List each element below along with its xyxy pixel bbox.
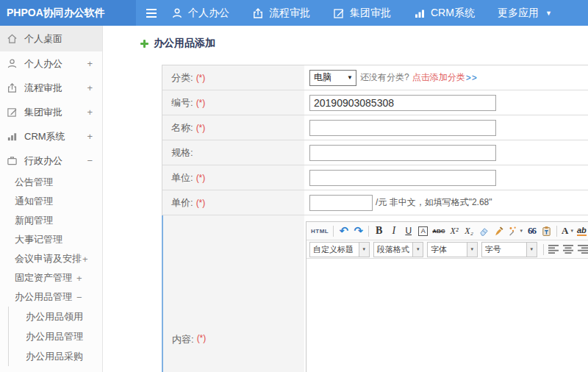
redo-button[interactable]: ↷ — [351, 224, 365, 238]
underline-button[interactable]: U — [401, 224, 415, 238]
nav-crm-system[interactable]: CRM系统 — [414, 7, 475, 20]
sidebar-item-office-supplies-mgmt[interactable]: 办公用品管理− — [0, 287, 102, 307]
label-text: 名称: — [171, 121, 193, 135]
label-text: 内容: — [172, 333, 194, 346]
sidebar-item-label: 个人桌面 — [24, 32, 62, 46]
sidebar-item-label: 个人办公 — [24, 57, 62, 71]
sidebar-item-supplies-claim[interactable]: 办公用品领用 — [9, 307, 102, 326]
font-family-select[interactable]: 字体 ▾ — [427, 242, 477, 257]
format-brush-button[interactable] — [492, 224, 506, 238]
editor-toolbar-row2: 自定义标题 ▾ 段落格式 ▾ 字体 ▾ 字号 ▾ — [306, 240, 588, 259]
sidebar-item-group-approval[interactable]: 集团审批 + — [0, 100, 102, 124]
form-row-name: 名称: (*) — [162, 115, 588, 140]
app-logo: PHPOA协同办公软件 — [0, 0, 136, 26]
sidebar-item-admin-office[interactable]: 行政办公 − — [0, 149, 102, 173]
top-header: PHPOA协同办公软件 个人办公 流程审批 集团审批 CRM系统 — [0, 0, 588, 26]
source-code-button[interactable]: HTML — [309, 224, 330, 238]
sidebar-item-memorabilia-mgmt[interactable]: 大事记管理 — [0, 230, 102, 249]
field-value-unit — [304, 165, 588, 190]
label-text: 编号: — [171, 96, 193, 110]
align-left-button[interactable] — [547, 243, 561, 257]
form-row-code: 编号: (*) — [162, 90, 588, 115]
share-up-icon — [7, 82, 18, 94]
sidebar-item-supplies-manage[interactable]: 办公用品管理 — [9, 326, 102, 346]
expand-toggle[interactable]: + — [76, 273, 82, 284]
expand-toggle[interactable]: + — [82, 254, 88, 265]
align-center-button[interactable] — [562, 243, 576, 257]
sidebar-item-workflow-approval[interactable]: 流程审批 + — [0, 76, 102, 100]
paragraph-format-select[interactable]: 段落格式 ▾ — [373, 242, 423, 257]
spec-input[interactable] — [309, 145, 496, 161]
superscript-button[interactable]: X² — [448, 224, 462, 238]
font-border-button[interactable]: A — [416, 224, 430, 238]
editor-content[interactable] — [306, 259, 588, 372]
sidebar: 个人桌面 个人办公 + 流程审批 + 集团审批 + CRM系统 + 行政办公 − — [0, 26, 103, 372]
edit-square-icon — [333, 7, 345, 19]
remove-format-eraser-button[interactable] — [477, 224, 491, 238]
bold-button[interactable]: B — [372, 224, 386, 238]
font-color-button[interactable]: A ▾ — [560, 224, 575, 238]
sidebar-item-label: 办公用品采购 — [26, 350, 83, 363]
collapse-toggle[interactable]: − — [87, 155, 102, 166]
editor-toolbar-row1: HTML ↶ ↷ B I U A ABC X² X₂ — [306, 222, 588, 240]
select-label: 字号 — [482, 244, 526, 255]
nav-more-apps[interactable]: 更多应用 ▼ — [498, 7, 552, 20]
price-input[interactable] — [309, 195, 373, 211]
sidebar-item-personal-office[interactable]: 个人办公 + — [0, 51, 102, 76]
code-input[interactable] — [309, 95, 496, 111]
auto-typeset-button[interactable]: ▾ — [506, 224, 525, 238]
sidebar-item-fixed-assets-mgmt[interactable]: 固定资产管理+ — [0, 268, 102, 287]
add-category-link[interactable]: 点击添加分类 — [412, 71, 465, 84]
nav-group-approval[interactable]: 集团审批 — [333, 7, 391, 20]
required-mark: (*) — [196, 73, 206, 83]
nav-label: 流程审批 — [269, 7, 310, 20]
rich-text-editor: HTML ↶ ↷ B I U A ABC X² X₂ — [306, 221, 588, 372]
collapse-toggle[interactable]: − — [76, 292, 82, 303]
blockquote-button[interactable]: 66 — [525, 224, 539, 238]
background-color-button[interactable]: ab ▾ — [576, 224, 588, 238]
sidebar-item-supplies-purchase[interactable]: 办公用品采购 — [9, 346, 102, 366]
expand-toggle[interactable]: + — [87, 131, 102, 142]
required-mark: (*) — [196, 198, 206, 208]
label-text: 单价: — [171, 196, 193, 210]
home-icon — [7, 33, 18, 45]
hamburger-menu-icon[interactable] — [146, 9, 157, 18]
undo-button[interactable]: ↶ — [337, 224, 351, 238]
sidebar-item-label: 流程审批 — [24, 82, 62, 95]
sidebar-item-label: 新闻管理 — [15, 214, 53, 227]
nav-workflow-approval[interactable]: 流程审批 — [252, 7, 310, 20]
name-input[interactable] — [309, 120, 496, 136]
select-label: 自定义标题 — [310, 244, 359, 255]
sidebar-item-notice-mgmt[interactable]: 通知管理 — [0, 192, 102, 211]
font-size-select[interactable]: 字号 ▾ — [481, 242, 537, 257]
italic-button[interactable]: I — [387, 224, 401, 238]
form-row-price: 单价: (*) /元 非中文，如填写格式"2.68" — [162, 190, 588, 215]
sidebar-item-label: 集团审批 — [24, 106, 62, 119]
sidebar-item-label: 办公用品管理 — [26, 330, 83, 343]
unit-input[interactable] — [309, 170, 496, 186]
subscript-button[interactable]: X₂ — [462, 224, 476, 238]
category-select[interactable]: 电脑 ▼ — [309, 70, 356, 86]
expand-toggle[interactable]: + — [87, 82, 102, 93]
paste-plain-button[interactable] — [539, 224, 553, 238]
align-right-button[interactable] — [576, 243, 588, 257]
add-category-link-arrows[interactable]: >> — [466, 73, 478, 83]
strikethrough-button[interactable]: ABC — [431, 224, 446, 238]
sidebar-item-announcement-mgmt[interactable]: 公告管理 — [0, 173, 102, 192]
bar-chart-icon — [414, 7, 426, 19]
expand-toggle[interactable]: + — [87, 58, 102, 69]
required-mark: (*) — [196, 173, 206, 183]
sidebar-item-crm-system[interactable]: CRM系统 + — [0, 124, 102, 149]
caret-down-icon: ▾ — [359, 243, 369, 257]
sidebar-item-meeting-mgmt[interactable]: 会议申请及安排+ — [0, 249, 102, 268]
field-value-name — [304, 115, 588, 140]
nav-personal-office[interactable]: 个人办公 — [171, 7, 229, 20]
sidebar-item-news-mgmt[interactable]: 新闻管理 — [0, 211, 102, 230]
sidebar-item-personal-desktop[interactable]: 个人桌面 — [0, 26, 102, 51]
expand-toggle[interactable]: + — [87, 107, 102, 118]
label-text: 规格: — [171, 146, 193, 160]
field-label-spec: 规格: — [162, 140, 304, 165]
field-label-name: 名称: (*) — [162, 115, 304, 140]
custom-title-select[interactable]: 自定义标题 ▾ — [309, 242, 370, 257]
sidebar-item-label: 行政办公 — [24, 154, 62, 168]
